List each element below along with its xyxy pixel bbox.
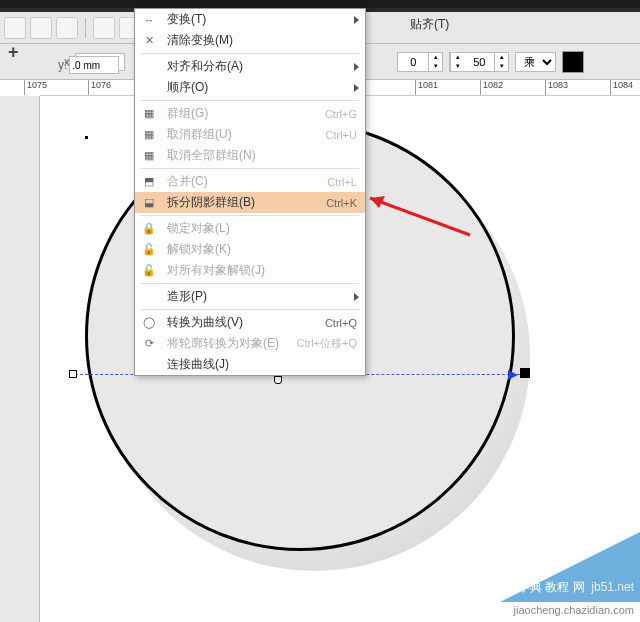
color-swatch[interactable]	[562, 51, 584, 73]
shadow-mid-handle[interactable]	[274, 376, 282, 384]
y-input[interactable]	[69, 56, 119, 74]
submenu-arrow-icon	[354, 63, 359, 71]
menu-item: 🔒锁定对象(L)	[135, 218, 365, 239]
watermark-text: 查字典 教程 网 jb51.net	[506, 579, 634, 596]
menu-icon: 🔓	[141, 242, 157, 258]
menu-icon	[141, 80, 157, 96]
menu-icon: ▦	[141, 127, 157, 143]
open-button[interactable]	[30, 17, 52, 39]
menu-icon	[141, 59, 157, 75]
save-button[interactable]	[56, 17, 78, 39]
menu-item: ▦取消群组(U)Ctrl+U	[135, 124, 365, 145]
menu-icon: ⬓	[141, 195, 157, 211]
add-tool-icon[interactable]: +	[8, 42, 19, 63]
menu-icon: ↔	[141, 12, 157, 28]
menu-icon: ⬒	[141, 174, 157, 190]
menu-item: 🔓解锁对象(K)	[135, 239, 365, 260]
submenu-arrow-icon	[354, 84, 359, 92]
menu-item[interactable]: ⬓拆分阴影群组(B)Ctrl+K	[135, 192, 365, 213]
menu-item[interactable]: 顺序(O)	[135, 77, 365, 98]
spin-a[interactable]: ▴▾	[397, 52, 443, 72]
spin-b[interactable]: ▴▾ ▴▾	[449, 52, 509, 72]
toolbox	[0, 96, 40, 622]
new-button[interactable]	[4, 17, 26, 39]
menu-item: ▦取消全部群组(N)	[135, 145, 365, 166]
menu-item: ▦群组(G)Ctrl+G	[135, 103, 365, 124]
menu-item[interactable]: 造形(P)	[135, 286, 365, 307]
menu-item: ⬒合并(C)Ctrl+L	[135, 171, 365, 192]
cut-button[interactable]	[93, 17, 115, 39]
menu-item: ⟳将轮廓转换为对象(E)Ctrl+位移+Q	[135, 333, 365, 354]
menu-icon: ▦	[141, 106, 157, 122]
y-coord: y:	[58, 56, 119, 74]
blend-select[interactable]: 乘	[515, 52, 556, 72]
submenu-arrow-icon	[354, 16, 359, 24]
menu-icon: ▦	[141, 148, 157, 164]
watermark-url: jiaocheng.chazidian.com	[514, 604, 634, 616]
menu-item[interactable]: ↔变换(T)	[135, 9, 365, 30]
shadow-end-handle[interactable]	[520, 368, 530, 378]
shadow-start-handle[interactable]	[69, 370, 77, 378]
menu-item[interactable]: ✕清除变换(M)	[135, 30, 365, 51]
menu-item[interactable]: 对齐和分布(A)	[135, 56, 365, 77]
direction-arrow-icon	[508, 370, 518, 380]
menu-icon: ✕	[141, 33, 157, 49]
menu-item: 🔓对所有对象解锁(J)	[135, 260, 365, 281]
menu-icon: 🔓	[141, 263, 157, 279]
snap-label[interactable]: 贴齐(T)	[410, 16, 449, 33]
menu-icon: ◯	[141, 315, 157, 331]
menu-icon	[141, 357, 157, 373]
menu-item[interactable]: ◯转换为曲线(V)Ctrl+Q	[135, 312, 365, 333]
arrange-menu: ↔变换(T)✕清除变换(M)对齐和分布(A)顺序(O)▦群组(G)Ctrl+G▦…	[134, 8, 366, 376]
menu-icon: ⟳	[141, 336, 157, 352]
submenu-arrow-icon	[354, 293, 359, 301]
menu-item[interactable]: 连接曲线(J)	[135, 354, 365, 375]
menu-icon	[141, 289, 157, 305]
menu-icon: 🔒	[141, 221, 157, 237]
